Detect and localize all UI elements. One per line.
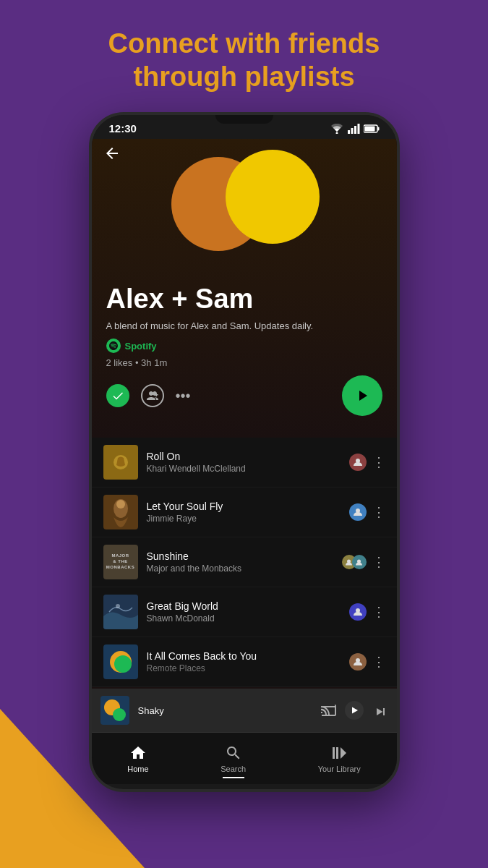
svg-rect-2 [351,128,353,134]
status-time: 12:30 [109,122,137,135]
svg-point-16 [116,604,120,608]
playlist-actions: ••• [92,375,397,423]
table-row[interactable]: MAJOR& THEMONBACKS Sunshine Major and th… [92,537,397,587]
svg-point-11 [116,500,125,509]
save-button[interactable] [106,384,129,407]
now-playing-title: Shaky [138,705,312,716]
roll-on-art [111,452,131,472]
phone-frame: 12:30 [89,112,400,792]
spotify-creator-name: Spotify [125,341,157,352]
user-avatar-5 [349,653,367,671]
track-info-2: Let Your Soul Fly Jimmie Raye [147,501,341,524]
track-artwork-1 [103,445,138,480]
actions-left: ••• [106,384,191,407]
svg-rect-7 [364,126,374,131]
now-playing-info: Shaky [138,705,312,716]
search-icon [225,744,242,762]
track-name-2: Let Your Soul Fly [147,501,341,512]
track-name-3: Sunshine [147,550,333,562]
track-more-1[interactable]: ⋮ [372,454,385,470]
track-artwork-3: MAJOR& THEMONBACKS [103,545,138,579]
playlist-description: A blend of music for Alex and Sam. Updat… [92,320,397,339]
table-row[interactable]: Let Your Soul Fly Jimmie Raye ⋮ [92,488,397,537]
user-avatar-3b [352,555,367,569]
home-icon [129,744,147,762]
sunshine-art-text: MAJOR& THEMONBACKS [106,553,134,570]
nav-home-label: Home [127,765,148,773]
circle-yellow [226,150,320,244]
svg-rect-4 [357,124,359,134]
library-icon [330,744,348,762]
avatar-face-icon [353,607,363,617]
next-track-icon[interactable] [372,702,388,718]
table-row[interactable]: Great Big World Shawn McDonald ⋮ [92,587,397,637]
nav-search-label: Search [221,765,246,773]
track-actions-4: ⋮ [349,603,385,621]
track-more-3[interactable]: ⋮ [372,554,385,570]
playlist-artwork [92,139,397,284]
add-person-icon [147,391,158,401]
spotify-icon [109,341,118,350]
now-playing-bar[interactable]: Shaky [92,689,397,732]
track-name-5: It All Comes Back to You [147,650,341,662]
track-artwork-4 [103,595,138,629]
track-info-3: Sunshine Major and the Monbacks [147,550,333,574]
svg-rect-20 [333,747,335,759]
nav-home[interactable]: Home [116,739,160,779]
track-more-2[interactable]: ⋮ [372,504,385,520]
table-row[interactable]: Roll On Khari Wendell McClelland ⋮ [92,438,397,488]
dual-avatars [342,555,367,569]
headline: Connect with friends through playlists [0,0,488,115]
search-active-indicator [223,777,244,778]
user-avatar-2 [349,503,367,521]
now-playing-controls [320,701,388,720]
track-actions-1: ⋮ [349,454,385,471]
svg-rect-21 [336,747,338,759]
user-avatar-4 [349,603,367,621]
track-artwork-5 [103,644,138,679]
avatar-face-icon [353,457,363,467]
track-artwork-2 [103,495,138,529]
soul-fly-art [107,497,134,527]
track-info-4: Great Big World Shawn McDonald [147,600,341,624]
table-row[interactable]: It All Comes Back to You Remote Places ⋮ [92,637,397,687]
svg-rect-1 [348,130,350,134]
playlist-meta: 2 likes • 3h 1m [92,357,397,375]
track-info-5: It All Comes Back to You Remote Places [147,650,341,673]
svg-rect-6 [377,127,379,130]
mini-play-icon[interactable] [345,701,364,720]
more-options-button[interactable]: ••• [176,388,191,404]
nav-search[interactable]: Search [209,739,257,779]
user-avatar-1 [349,454,367,471]
spotify-logo [106,339,121,353]
cast-icon[interactable] [320,704,336,717]
back-button[interactable] [103,145,121,166]
track-artist-5: Remote Places [147,663,341,673]
bottom-navigation: Home Search Your Li [92,732,397,784]
track-more-4[interactable]: ⋮ [372,604,385,620]
playlist-header: Alex + Sam A blend of music for Alex and… [92,139,397,438]
track-artist-2: Jimmie Raye [147,514,341,524]
track-more-5[interactable]: ⋮ [372,654,385,670]
track-list: Roll On Khari Wendell McClelland ⋮ [92,438,397,687]
track-artist-3: Major and the Monbacks [147,563,333,574]
svg-point-0 [335,132,338,134]
avatar-face-icon [353,507,363,517]
track-actions-2: ⋮ [349,503,385,521]
great-big-world-art [103,595,138,629]
svg-rect-3 [354,126,356,134]
notch [215,115,273,124]
play-icon [354,387,371,404]
nav-library[interactable]: Your Library [307,739,372,779]
track-actions-5: ⋮ [349,653,385,671]
wifi-icon [330,124,343,134]
now-playing-artwork [100,696,129,725]
track-actions-3: ⋮ [342,554,385,570]
add-friend-button[interactable] [141,384,164,407]
signal-icon [347,124,360,134]
play-button[interactable] [342,375,382,416]
track-info-1: Roll On Khari Wendell McClelland [147,451,341,474]
playlist-title: Alex + Sam [92,284,397,320]
status-icons [330,124,380,134]
track-artist-4: Shawn McDonald [147,613,341,624]
